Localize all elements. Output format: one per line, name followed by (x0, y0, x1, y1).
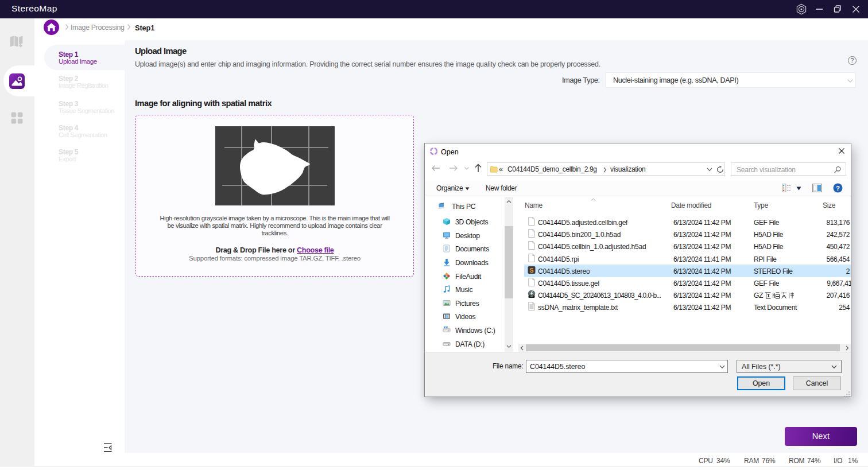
svg-text:GZ: GZ (530, 296, 534, 298)
svg-text:S: S (529, 267, 533, 274)
svg-text:?: ? (836, 185, 840, 192)
